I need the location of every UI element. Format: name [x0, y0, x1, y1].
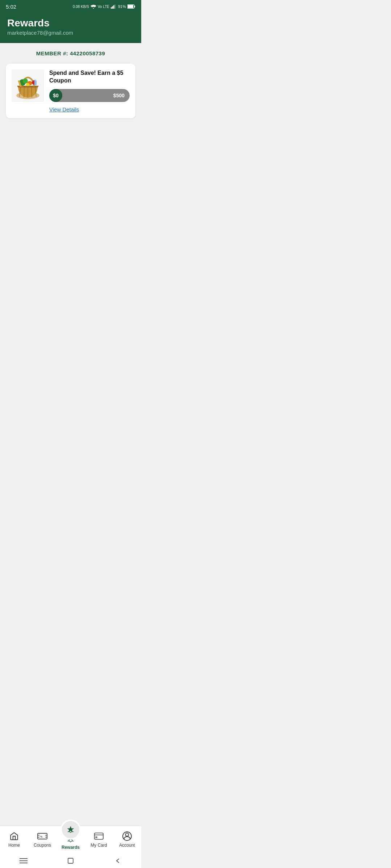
reward-image	[12, 69, 44, 102]
svg-rect-2	[112, 6, 113, 9]
svg-rect-1	[111, 7, 112, 9]
reward-info: Spend and Save! Earn a $5 Coupon $0 $500…	[49, 69, 130, 112]
page-title: Rewards	[7, 17, 134, 29]
grocery-basket-icon	[12, 69, 44, 102]
status-bar: 5:02 0.08 KB/S Vo LTE 91%	[0, 0, 141, 13]
user-email: marketplace78@gmail.com	[7, 30, 134, 36]
svg-rect-7	[134, 5, 135, 7]
svg-rect-21	[34, 80, 37, 85]
signal-text: Vo LTE	[98, 5, 109, 9]
signal-icon	[111, 4, 117, 9]
progress-bar: $0 $500	[49, 89, 130, 102]
member-number: MEMBER #: 44220058739	[6, 50, 135, 56]
progress-start: $0	[49, 93, 62, 98]
header: Rewards marketplace78@gmail.com	[0, 13, 141, 43]
progress-fill: $0	[49, 89, 62, 102]
view-details-link[interactable]: View Details	[49, 106, 130, 112]
content-area: MEMBER #: 44220058739	[0, 43, 141, 260]
status-time: 5:02	[6, 4, 16, 10]
svg-point-16	[23, 78, 28, 84]
reward-title: Spend and Save! Earn a $5 Coupon	[49, 69, 130, 85]
progress-end: $500	[113, 93, 130, 98]
battery-icon	[127, 4, 135, 9]
reward-card: Spend and Save! Earn a $5 Coupon $0 $500…	[6, 64, 135, 118]
svg-rect-22	[35, 80, 36, 81]
status-icons: 0.08 KB/S Vo LTE 91%	[73, 4, 135, 9]
svg-rect-3	[113, 5, 114, 9]
data-speed: 0.08 KB/S	[73, 5, 89, 9]
wifi-icon	[91, 4, 96, 9]
svg-point-19	[26, 83, 30, 86]
svg-point-0	[93, 8, 94, 9]
battery-text: 91%	[118, 4, 126, 9]
svg-rect-4	[114, 5, 115, 9]
svg-rect-6	[128, 5, 133, 8]
